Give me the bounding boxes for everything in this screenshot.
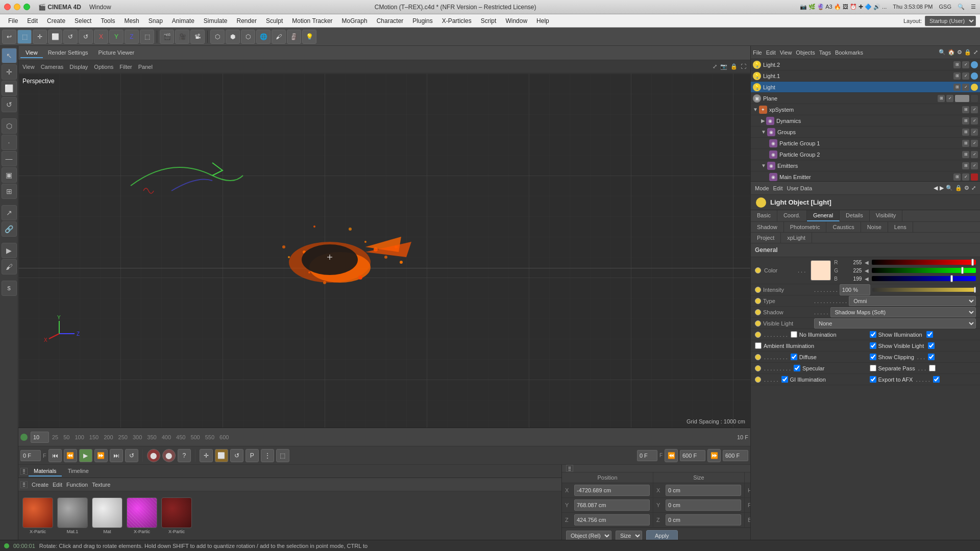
tool-light[interactable]: 💡	[302, 30, 316, 44]
mat-swatch-4[interactable]: X-Partic	[161, 497, 192, 534]
nav-view[interactable]: View	[22, 64, 35, 70]
left-tool-poly[interactable]: ▣	[2, 167, 17, 183]
menu-simulate[interactable]: Simulate	[200, 16, 232, 26]
props-expand-icon[interactable]: ⤢	[971, 185, 976, 191]
btn-record[interactable]: ⬤	[147, 449, 160, 462]
btn-key2[interactable]: ⬜	[215, 449, 228, 462]
tab-view[interactable]: View	[20, 48, 43, 58]
plane-ctrl2[interactable]: ✓	[946, 95, 953, 102]
separate-pass-check2[interactable]	[929, 365, 936, 371]
tab-xplight[interactable]: xpLight	[781, 233, 812, 243]
export-afx-checkbox[interactable]	[870, 376, 876, 383]
light2-ctrl1[interactable]: ⊞	[953, 61, 961, 68]
left-tool-model[interactable]: ⬡	[2, 118, 17, 134]
obj-dynamics[interactable]: ▶ ◉ Dynamics ⊞ ✓	[751, 115, 980, 127]
obj-xpsystem[interactable]: ▼ ✦ xpSystem ⊞ ✓	[751, 104, 980, 115]
left-tool-tweak[interactable]: ↗	[2, 205, 17, 220]
tab-coord[interactable]: Coord.	[777, 210, 807, 221]
size-y-input[interactable]	[666, 499, 741, 511]
menu-help[interactable]: Help	[532, 16, 553, 26]
light1-ctrl1[interactable]: ⊞	[953, 72, 961, 80]
menu-edit[interactable]: Edit	[23, 16, 42, 26]
lock-icon[interactable]: 🔒	[964, 49, 971, 56]
separate-pass-checkbox[interactable]	[870, 365, 876, 371]
b-bar[interactable]	[872, 276, 976, 281]
tool-move[interactable]: ✛	[33, 30, 47, 44]
pg1-ctrl2[interactable]: ✓	[971, 140, 978, 147]
props-config-icon[interactable]: ⚙	[964, 185, 969, 191]
tab-general[interactable]: General	[807, 210, 840, 221]
props-edit[interactable]: Edit	[773, 185, 783, 191]
tool-z[interactable]: Z	[125, 30, 139, 44]
search-icon[interactable]: 🔍	[958, 4, 965, 10]
nav-options[interactable]: Options	[94, 64, 113, 70]
obj-groups[interactable]: ▼ ◉ Groups ⊞ ✓	[751, 127, 980, 138]
show-visible-check2[interactable]	[928, 342, 935, 349]
tab-caustics[interactable]: Caustics	[826, 222, 861, 232]
btn-play[interactable]: ▶	[79, 449, 92, 462]
intensity-bar[interactable]	[872, 288, 976, 292]
btn-param-p[interactable]: P	[246, 449, 259, 462]
left-tool-edge[interactable]: —	[2, 151, 17, 166]
plane-mat2[interactable]	[971, 95, 978, 102]
obj-light1[interactable]: 💡 Light.1 ⊞ ✓	[751, 70, 980, 82]
btn-record2[interactable]: ⬤	[162, 449, 176, 462]
obj-main-emitter[interactable]: ◉ Main Emitter ⊞ ✓	[751, 171, 980, 183]
g-dec[interactable]: ◀	[864, 267, 870, 273]
xp-ctrl1[interactable]: ⊞	[962, 106, 969, 113]
obj-file[interactable]: File	[753, 49, 762, 56]
left-tool-snap[interactable]: 🔗	[2, 221, 17, 237]
obj-view[interactable]: View	[780, 49, 792, 56]
current-frame-input[interactable]	[31, 432, 49, 443]
frame-start-input[interactable]	[20, 450, 41, 461]
range-start[interactable]	[637, 450, 657, 461]
r-handle[interactable]	[971, 259, 974, 266]
em-ctrl1[interactable]: ⊞	[962, 162, 969, 169]
tool-render2[interactable]: 📽	[190, 30, 205, 44]
mat-btn-create[interactable]: Create	[32, 482, 48, 488]
tool-y[interactable]: Y	[109, 30, 124, 44]
obj-tags[interactable]: Tags	[819, 49, 831, 56]
vp-icon-fullscreen[interactable]: ⛶	[741, 63, 746, 70]
plane-ctrl1[interactable]: ⊞	[938, 95, 945, 102]
tool-render[interactable]: 🎥	[175, 30, 189, 44]
left-tool-point[interactable]: ·	[2, 135, 17, 150]
mat-btn-texture[interactable]: Texture	[92, 482, 110, 488]
gi-checkbox[interactable]	[781, 376, 788, 383]
export-afx-check2[interactable]	[933, 376, 940, 383]
light-vis[interactable]	[971, 84, 978, 91]
specular-checkbox[interactable]	[794, 365, 800, 371]
r-dec[interactable]: ◀	[864, 259, 870, 265]
light-ctrl2[interactable]: ✓	[962, 84, 969, 91]
light1-ctrl2[interactable]: ✓	[962, 72, 969, 80]
menu-create[interactable]: Create	[43, 16, 69, 26]
no-illum-checkbox[interactable]	[791, 331, 797, 338]
intensity-input[interactable]	[840, 284, 870, 295]
vp-icon-expand[interactable]: ⤢	[713, 63, 717, 70]
layout-select[interactable]: Startup (User)	[925, 16, 976, 26]
menu-plugins[interactable]: Plugins	[408, 16, 436, 26]
maximize-button[interactable]	[23, 4, 30, 10]
ambient-checkbox[interactable]	[755, 342, 762, 349]
obj-edit[interactable]: Edit	[766, 49, 776, 56]
shadow-select[interactable]: Shadow Maps (Soft)	[830, 307, 976, 317]
tab-timeline[interactable]: Timeline	[63, 466, 94, 477]
obj-light2[interactable]: 💡 Light.2 ⊞ ✓	[751, 59, 980, 70]
left-tool-rotate[interactable]: ↺	[2, 97, 17, 112]
left-tool-mat[interactable]: S	[2, 281, 17, 296]
btn-expand-right[interactable]: ⏩	[707, 449, 721, 462]
menu-xparticles[interactable]: X-Particles	[438, 16, 476, 26]
grp-ctrl2[interactable]: ✓	[971, 129, 978, 136]
tab-noise[interactable]: Noise	[861, 222, 888, 232]
me-ctrl2[interactable]: ✓	[962, 173, 969, 181]
nav-display[interactable]: Display	[69, 64, 88, 70]
show-visible-checkbox[interactable]	[870, 342, 876, 349]
show-clipping-checkbox[interactable]	[870, 354, 876, 360]
viewport-canvas[interactable]: Z Y X Perspective Grid Spacing : 1000 cm	[18, 73, 750, 428]
tool-deform[interactable]: ⬡	[241, 30, 255, 44]
obj-pg2[interactable]: ◉ Particle Group 2 ⊞ ✓	[751, 149, 980, 160]
dyn-expand[interactable]: ▶	[761, 118, 765, 123]
left-tool-scale[interactable]: ⬜	[2, 81, 17, 96]
pos-z-input[interactable]	[574, 514, 650, 525]
obj-bookmarks[interactable]: Bookmarks	[835, 49, 863, 56]
